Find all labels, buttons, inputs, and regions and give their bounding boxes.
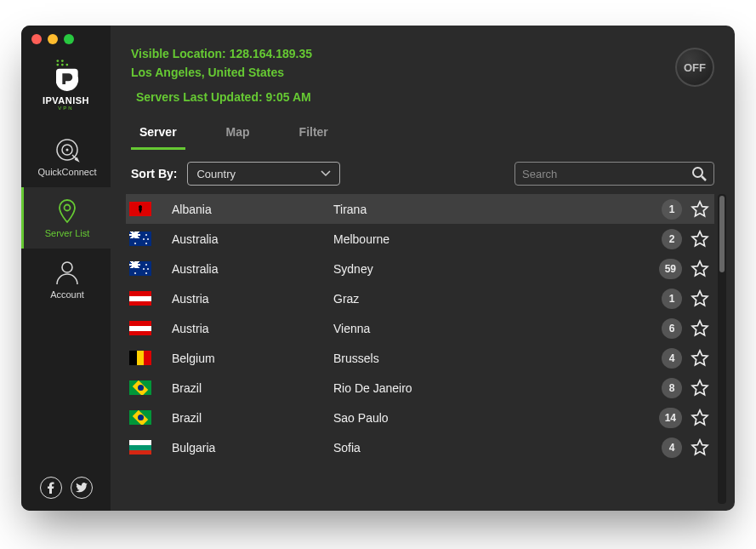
- connect-toggle[interactable]: OFF: [675, 48, 714, 87]
- ip-address: 128.164.189.35: [230, 47, 312, 60]
- facebook-icon[interactable]: [40, 477, 62, 499]
- star-icon[interactable]: [691, 200, 709, 219]
- country-cell: Austria: [172, 292, 333, 306]
- nav-account[interactable]: Account: [21, 249, 111, 310]
- scroll-thumb[interactable]: [719, 196, 725, 272]
- social-links: [21, 477, 111, 499]
- server-count-badge: 8: [662, 378, 682, 398]
- city-cell: Brussels: [333, 352, 662, 365]
- svg-point-1: [61, 60, 64, 62]
- minimize-dot[interactable]: [48, 34, 58, 44]
- table-row[interactable]: BrazilRio De Janeiro8: [126, 373, 714, 403]
- sort-dropdown[interactable]: Country: [187, 162, 340, 186]
- country-cell: Albania: [172, 203, 333, 216]
- servers-updated-time: 9:05 AM: [266, 90, 311, 104]
- window-controls: [31, 34, 74, 44]
- country-cell: Australia: [172, 262, 333, 276]
- table-row[interactable]: AustriaVienna6: [126, 313, 714, 343]
- country-cell: Australia: [172, 232, 333, 246]
- user-icon: [54, 259, 81, 286]
- star-icon[interactable]: [691, 260, 709, 278]
- star-icon[interactable]: [691, 230, 709, 249]
- star-icon[interactable]: [691, 379, 709, 397]
- logo-icon: [47, 56, 84, 94]
- server-count-badge: 59: [659, 259, 682, 279]
- table-row[interactable]: AlbaniaTirana1: [126, 194, 714, 224]
- brand-logo: IPVANISH VPN: [43, 56, 89, 111]
- svg-point-7: [66, 149, 69, 152]
- search-icon: [691, 166, 707, 181]
- location-label: Visible Location:: [131, 47, 226, 60]
- brand-sub: VPN: [58, 106, 73, 111]
- star-icon[interactable]: [691, 409, 709, 427]
- server-count-badge: 4: [662, 437, 682, 458]
- flag-icon: [129, 232, 151, 246]
- close-dot[interactable]: [31, 34, 42, 44]
- app-window: IPVANISH VPN QuickConnect Server List: [21, 26, 735, 511]
- country-cell: Austria: [172, 322, 333, 335]
- server-count-badge: 14: [659, 408, 682, 428]
- nav-label: QuickConnect: [37, 167, 96, 177]
- server-count-badge: 1: [662, 199, 682, 220]
- flag-icon: [129, 351, 151, 365]
- server-count-badge: 1: [662, 289, 682, 309]
- filters: Sort By: Country: [111, 150, 735, 194]
- country-cell: Bulgaria: [172, 441, 333, 455]
- tab-server[interactable]: Server: [131, 120, 185, 150]
- table-row[interactable]: AustraliaMelbourne2: [126, 224, 714, 254]
- server-list: AlbaniaTirana1AustraliaMelbourne2Austral…: [126, 194, 714, 504]
- country-cell: Brazil: [172, 381, 333, 395]
- star-icon[interactable]: [691, 319, 709, 338]
- header: Visible Location: 128.164.189.35 Los Ang…: [111, 26, 735, 113]
- sort-label: Sort By:: [131, 167, 177, 180]
- city-country: Los Angeles, United States: [131, 63, 312, 82]
- svg-point-4: [66, 64, 69, 66]
- server-count-badge: 2: [662, 229, 682, 249]
- search-input[interactable]: [522, 168, 691, 180]
- svg-point-2: [57, 64, 60, 66]
- city-cell: Melbourne: [333, 232, 662, 246]
- svg-point-9: [62, 262, 72, 272]
- country-cell: Brazil: [172, 411, 333, 425]
- city-cell: Sao Paulo: [333, 411, 659, 425]
- tab-filter[interactable]: Filter: [291, 120, 337, 150]
- city-cell: Vienna: [333, 322, 662, 335]
- svg-point-8: [65, 205, 71, 211]
- table-row[interactable]: BulgariaSofia4: [126, 432, 714, 462]
- table-row[interactable]: BrazilSao Paulo14: [126, 403, 714, 432]
- flag-icon: [129, 440, 151, 455]
- target-icon: [54, 136, 81, 163]
- star-icon[interactable]: [691, 289, 709, 308]
- sidebar: IPVANISH VPN QuickConnect Server List: [21, 26, 111, 511]
- city-cell: Sofia: [333, 441, 662, 455]
- table-row[interactable]: AustraliaSydney59: [126, 254, 714, 283]
- flag-icon: [129, 291, 151, 306]
- nav-quickconnect[interactable]: QuickConnect: [21, 126, 111, 187]
- tab-map[interactable]: Map: [218, 120, 259, 150]
- country-cell: Belgium: [172, 352, 333, 365]
- server-list-wrap: AlbaniaTirana1AustraliaMelbourne2Austral…: [111, 194, 735, 511]
- svg-point-0: [57, 60, 60, 62]
- search-box[interactable]: [514, 162, 714, 186]
- svg-point-3: [61, 64, 64, 66]
- sort-value: Country: [196, 168, 236, 180]
- nav: QuickConnect Server List Account: [21, 126, 111, 310]
- star-icon[interactable]: [691, 438, 709, 457]
- scrollbar[interactable]: [718, 194, 726, 504]
- table-row[interactable]: AustriaGraz1: [126, 283, 714, 313]
- flag-icon: [129, 261, 151, 276]
- maximize-dot[interactable]: [64, 34, 74, 44]
- nav-serverlist[interactable]: Server List: [21, 187, 111, 249]
- chevron-down-icon: [321, 170, 331, 177]
- table-row[interactable]: BelgiumBrussels4: [126, 343, 714, 373]
- city-cell: Sydney: [333, 262, 659, 276]
- flag-icon: [129, 321, 151, 335]
- twitter-icon[interactable]: [71, 477, 93, 499]
- star-icon[interactable]: [691, 349, 709, 368]
- servers-updated-label: Servers Last Updated:: [136, 90, 263, 104]
- main: Visible Location: 128.164.189.35 Los Ang…: [111, 26, 735, 511]
- nav-label: Server List: [45, 228, 90, 238]
- flag-icon: [129, 380, 151, 395]
- svg-point-10: [693, 168, 702, 177]
- server-count-badge: 4: [662, 348, 682, 369]
